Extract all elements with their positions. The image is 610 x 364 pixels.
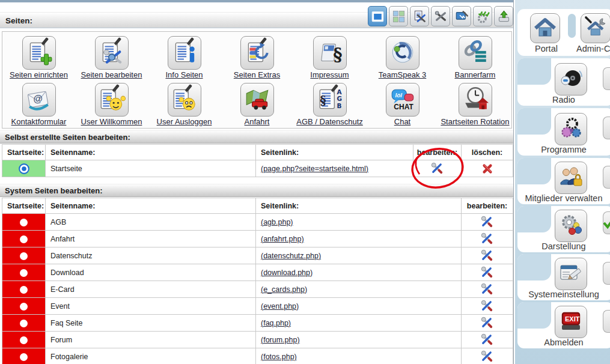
- radio-unselected-icon[interactable]: [20, 252, 28, 260]
- startseite-radio-cell[interactable]: [2, 281, 46, 298]
- page-shortcut-teamspeak-3[interactable]: TeamSpeak 3: [366, 34, 439, 81]
- page-shortcut-user-willkommen[interactable]: User Willkommen: [75, 81, 148, 128]
- clipped-button[interactable]: [603, 67, 610, 90]
- page-shortcut-kontaktformular[interactable]: @Kontaktformular: [2, 81, 75, 128]
- page-shortcut-label[interactable]: Anfahrt: [245, 118, 270, 127]
- radio-unselected-icon[interactable]: [20, 235, 28, 243]
- sidebar-item-radio[interactable]: Radio: [517, 95, 610, 105]
- gears-icon[interactable]: [555, 113, 587, 145]
- page-link[interactable]: (e_cards.php): [261, 285, 307, 294]
- radio-unselected-icon[interactable]: [20, 303, 28, 311]
- sidebar-item-admin-center[interactable]: Admin-Cl: [576, 44, 610, 53]
- doc-tools-icon[interactable]: [410, 6, 429, 26]
- gear-checks-icon[interactable]: [473, 6, 492, 26]
- page-shortcut-user-ausloggen[interactable]: User Ausloggen: [148, 81, 221, 128]
- page-shortcut-label[interactable]: User Ausloggen: [157, 118, 212, 127]
- page-link[interactable]: (forum.php): [261, 336, 300, 344]
- sidebar-item-abmelden[interactable]: Abmelden: [517, 338, 610, 347]
- page-shortcut-label[interactable]: Chat: [394, 118, 410, 127]
- startseite-radio-cell[interactable]: [2, 348, 46, 364]
- house-tools-icon[interactable]: [581, 13, 610, 43]
- page-shortcut-chat[interactable]: lölCHATChat: [366, 81, 439, 128]
- radio-unselected-icon[interactable]: [20, 353, 28, 361]
- page-link[interactable]: (page.php?seite=startseite.html): [261, 165, 368, 173]
- sidebar-card-programme[interactable]: Programme: [517, 108, 610, 156]
- edit-tools-icon[interactable]: [480, 251, 494, 259]
- page-link[interactable]: (anfahrt.php): [261, 235, 304, 243]
- edit-tools-icon[interactable]: [480, 335, 494, 344]
- page-shortcut-label[interactable]: TeamSpeak 3: [379, 71, 427, 80]
- drive-upload-icon[interactable]: [494, 6, 513, 26]
- sidebar-item-portal[interactable]: Portal: [517, 44, 575, 53]
- page-shortcut-label[interactable]: User Willkommen: [81, 118, 142, 127]
- page-link[interactable]: (download.php): [261, 268, 313, 277]
- sidebar-card-mitglieder[interactable]: Mitglieder verwalten: [517, 158, 610, 204]
- sidebar-card-radio[interactable]: Radio: [517, 58, 610, 106]
- startseite-radio-cell[interactable]: [2, 231, 46, 247]
- radio-selected-icon[interactable]: [19, 164, 29, 172]
- clipped-check-button[interactable]: [603, 211, 610, 234]
- edit-tools-icon[interactable]: [480, 268, 494, 276]
- page-link[interactable]: (faq.php): [261, 319, 291, 327]
- sidebar-card-portal-admin[interactable]: Portal Admin-Cl: [517, 9, 610, 56]
- page-link[interactable]: (agb.php): [261, 218, 293, 226]
- sidebar-item-darstellung[interactable]: Darstellung: [517, 241, 610, 251]
- page-shortcut-label[interactable]: Seiten Extras: [234, 71, 280, 80]
- edit-tools-icon[interactable]: [480, 318, 494, 327]
- radio-unselected-icon[interactable]: [20, 320, 28, 327]
- edit-tools-icon[interactable]: [480, 217, 494, 226]
- page-shortcut-label[interactable]: AGB / Datenschutz: [296, 118, 363, 127]
- radio-disc-icon[interactable]: [555, 63, 587, 96]
- sidebar-card-abmelden[interactable]: EXIT Abmelden: [517, 302, 610, 348]
- page-shortcut-bannerfarm[interactable]: Bannerfarm: [439, 34, 511, 81]
- page-link[interactable]: (fotos.php): [261, 353, 297, 361]
- house-icon[interactable]: [530, 13, 560, 43]
- layout-view-icon[interactable]: [368, 6, 387, 26]
- radio-unselected-icon[interactable]: [20, 336, 28, 344]
- page-shortcut-info-seiten[interactable]: Info Seiten: [148, 34, 221, 81]
- clipped-button[interactable]: [603, 166, 610, 189]
- clipped-button[interactable]: [603, 117, 610, 139]
- sidebar-item-programme[interactable]: Programme: [517, 145, 610, 154]
- radio-unselected-icon[interactable]: [20, 286, 28, 294]
- sidebar-card-darstellung[interactable]: Darstellung: [517, 206, 610, 252]
- radio-unselected-icon[interactable]: [20, 269, 28, 277]
- startseite-radio-cell[interactable]: [2, 332, 46, 348]
- gear-spheres-icon[interactable]: [555, 210, 587, 242]
- exit-sign-icon[interactable]: EXIT: [555, 306, 587, 338]
- users-lock-icon[interactable]: [555, 162, 587, 194]
- delete-x-icon[interactable]: [482, 164, 493, 172]
- page-shortcut-label[interactable]: Impressum: [310, 71, 349, 80]
- window-pencil-icon[interactable]: [555, 258, 587, 290]
- page-shortcut-label[interactable]: Seiten bearbeiten: [81, 71, 142, 80]
- page-link[interactable]: (datenschutz.php): [261, 252, 321, 260]
- edit-tools-icon[interactable]: [430, 164, 444, 172]
- sidebar-item-systemeinstellung[interactable]: Systemeinstellung: [517, 290, 610, 299]
- page-shortcut-seiten-extras[interactable]: Seiten Extras: [221, 34, 293, 81]
- page-shortcut-label[interactable]: Bannerfarm: [455, 71, 496, 80]
- page-shortcut-impressum[interactable]: §Impressum: [293, 34, 366, 81]
- page-shortcut-label[interactable]: Seiten einrichten: [10, 71, 68, 80]
- clipped-button[interactable]: [603, 310, 610, 333]
- tools-crossed-icon[interactable]: [431, 6, 450, 26]
- edit-tools-icon[interactable]: [480, 302, 494, 310]
- startseite-radio-cell[interactable]: [2, 247, 46, 264]
- page-shortcut-startseiten-rotation[interactable]: Startseiten Rotation: [439, 81, 511, 128]
- startseite-radio-cell[interactable]: [2, 160, 46, 177]
- page-shortcut-agb-datenschutz[interactable]: §AGBAGB / Datenschutz: [293, 81, 366, 128]
- startseite-radio-cell[interactable]: [2, 264, 46, 281]
- image-grid-icon[interactable]: [389, 6, 408, 26]
- sidebar-card-systemeinstellung[interactable]: Systemeinstellung: [517, 254, 610, 300]
- edit-tools-icon[interactable]: [480, 352, 494, 360]
- page-shortcut-label[interactable]: Kontaktformular: [11, 118, 67, 127]
- startseite-radio-cell[interactable]: [2, 298, 46, 315]
- page-link[interactable]: (event.php): [261, 302, 299, 311]
- radio-unselected-icon[interactable]: [20, 219, 28, 226]
- edit-tools-icon[interactable]: [480, 234, 494, 243]
- edit-tools-icon[interactable]: [480, 285, 494, 293]
- sidebar-item-mitglieder-verwalten[interactable]: Mitglieder verwalten: [517, 193, 610, 203]
- page-shortcut-seiten-einrichten[interactable]: Seiten einrichten: [2, 34, 75, 81]
- page-shortcut-seiten-bearbeiten[interactable]: Seiten bearbeiten: [75, 34, 148, 81]
- screen-tools-icon[interactable]: [452, 6, 471, 26]
- page-shortcut-anfahrt[interactable]: Anfahrt: [221, 81, 293, 128]
